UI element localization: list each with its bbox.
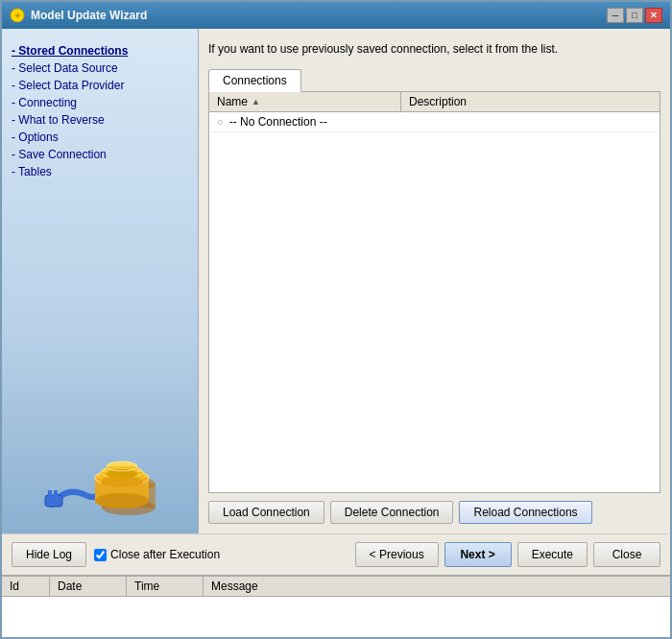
maximize-button[interactable]: □ — [626, 8, 643, 23]
desc-cell — [401, 119, 417, 125]
log-col-date: Date — [50, 577, 127, 596]
close-window-button[interactable]: ✕ — [645, 8, 662, 23]
svg-rect-4 — [54, 490, 58, 498]
sidebar-item-what-to-reverse[interactable]: - What to Reverse — [12, 113, 188, 127]
table-row[interactable]: ○ -- No Connection -- — [209, 112, 660, 132]
connection-buttons: Load Connection Delete Connection Reload… — [208, 501, 660, 524]
log-col-id: Id — [2, 577, 50, 596]
tab-container: Connections Name ▲ Description ○ — [208, 69, 660, 493]
sidebar-item-tables[interactable]: - Tables — [12, 165, 188, 178]
hide-log-button[interactable]: Hide Log — [12, 542, 86, 567]
sort-arrow-icon: ▲ — [252, 97, 260, 106]
table-body: ○ -- No Connection -- — [209, 112, 660, 488]
reload-connections-button[interactable]: Reload Connections — [459, 501, 591, 524]
sidebar-item-options[interactable]: - Options — [12, 130, 188, 144]
next-button[interactable]: Next > — [444, 542, 512, 567]
title-bar-left: ✦ Model Update Wizard — [10, 8, 147, 23]
name-column-header[interactable]: Name ▲ — [209, 92, 401, 111]
table-header: Name ▲ Description — [209, 92, 660, 112]
name-cell: ○ -- No Connection -- — [209, 112, 401, 131]
log-body[interactable] — [2, 597, 670, 635]
tab-header: Connections — [208, 69, 660, 92]
delete-connection-button[interactable]: Delete Connection — [330, 501, 454, 524]
minimize-button[interactable]: ─ — [607, 8, 624, 23]
svg-point-10 — [95, 493, 149, 509]
title-buttons: ─ □ ✕ — [607, 8, 662, 23]
close-after-label: Close after Execution — [94, 548, 220, 561]
connections-tab[interactable]: Connections — [208, 69, 301, 92]
window-title: Model Update Wizard — [31, 9, 147, 22]
close-button[interactable]: Close — [593, 542, 660, 567]
db-plug-illustration — [37, 438, 162, 524]
main-window: ✦ Model Update Wizard ─ □ ✕ - Stored Con… — [0, 0, 672, 639]
no-connection-icon: ○ — [217, 116, 224, 128]
execute-button[interactable]: Execute — [517, 542, 588, 567]
log-col-message: Message — [204, 577, 670, 596]
log-header: Id Date Time Message — [2, 577, 670, 597]
sidebar-nav: - Stored Connections - Select Data Sourc… — [2, 29, 198, 428]
close-after-checkbox[interactable] — [94, 549, 107, 561]
info-text: If you want to use previously saved conn… — [208, 38, 660, 59]
log-col-time: Time — [127, 577, 204, 596]
previous-button[interactable]: < Previous — [355, 542, 439, 567]
bottom-nav-buttons: < Previous Next > Execute Close — [355, 542, 660, 567]
main-panel: If you want to use previously saved conn… — [199, 29, 670, 533]
sidebar-item-connecting[interactable]: - Connecting — [12, 96, 188, 109]
log-area: Id Date Time Message — [2, 575, 670, 637]
sidebar-illustration — [2, 428, 198, 533]
description-column-header: Description — [401, 92, 660, 111]
svg-text:✦: ✦ — [13, 11, 22, 21]
title-bar: ✦ Model Update Wizard ─ □ ✕ — [2, 2, 670, 29]
sidebar-item-select-data-provider[interactable]: - Select Data Provider — [12, 79, 188, 92]
load-connection-button[interactable]: Load Connection — [208, 501, 324, 524]
tab-content: Name ▲ Description ○ -- No Connection -- — [208, 92, 660, 493]
sidebar-item-select-data-source[interactable]: - Select Data Source — [12, 61, 188, 75]
svg-rect-3 — [48, 490, 52, 498]
sidebar-item-stored-connections[interactable]: - Stored Connections — [12, 44, 188, 58]
content-area: - Stored Connections - Select Data Sourc… — [2, 29, 670, 533]
bottom-bar: Hide Log Close after Execution < Previou… — [2, 533, 670, 575]
sidebar: - Stored Connections - Select Data Sourc… — [2, 29, 199, 533]
wizard-icon: ✦ — [10, 8, 25, 23]
sidebar-item-save-connection[interactable]: - Save Connection — [12, 148, 188, 161]
